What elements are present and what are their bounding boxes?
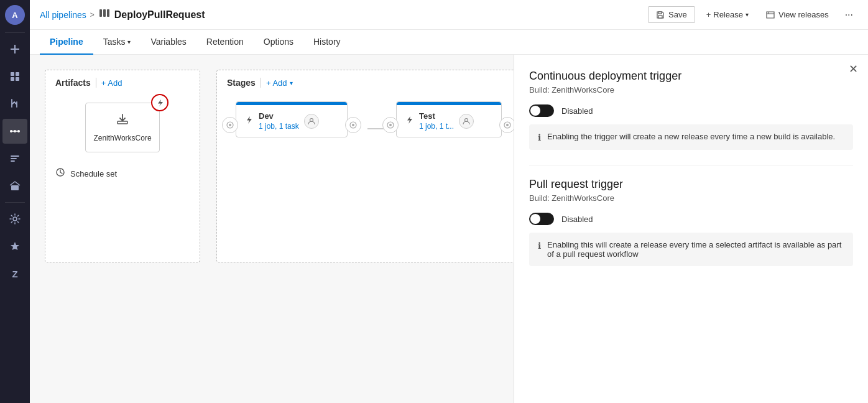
pipeline-icon <box>98 7 111 22</box>
svg-rect-9 <box>99 9 102 17</box>
svg-rect-11 <box>107 9 109 17</box>
view-releases-icon <box>766 11 775 19</box>
pr-toggle-label: Disabled <box>561 215 593 224</box>
schedule-icon <box>55 167 65 180</box>
stages-panel: Stages + Add ▾ <box>216 70 521 262</box>
release-plus-icon: + <box>706 10 711 19</box>
post-deploy-dev-button[interactable] <box>345 117 361 133</box>
svg-point-5 <box>14 130 16 132</box>
artifact-card-container: ZenithWorksCore <box>85 103 160 152</box>
right-panel: ✕ Continuous deployment trigger Build: Z… <box>514 55 868 403</box>
pr-trigger-title: Pull request trigger <box>529 178 853 191</box>
cd-trigger-build: Build: ZenithWorksCore <box>529 85 853 95</box>
stages-header: Stages + Add ▾ <box>217 70 520 95</box>
pipeline-title: DeployPullRequest <box>114 9 205 21</box>
test-stage-name: Test <box>419 111 454 121</box>
tab-variables[interactable]: Variables <box>141 30 196 55</box>
svg-rect-0 <box>11 72 14 76</box>
test-stage-body: Test 1 job, 1 t... <box>397 105 501 137</box>
tab-options[interactable]: Options <box>254 30 303 55</box>
artifacts-panel: Artifacts + Add ZenithWorksCore <box>45 70 200 262</box>
test-stage-info: Test 1 job, 1 t... <box>419 111 454 131</box>
view-releases-button[interactable]: View releases <box>760 7 835 22</box>
svg-rect-1 <box>16 72 19 76</box>
sidebar-item-pipelines[interactable] <box>2 119 27 144</box>
navtabs: Pipeline Tasks ▾ Variables Retention Opt… <box>30 30 868 55</box>
svg-rect-10 <box>103 9 106 17</box>
save-button[interactable]: Save <box>648 6 695 23</box>
sidebar-item-boards[interactable] <box>2 64 27 89</box>
sidebar-item-repos[interactable] <box>2 91 27 116</box>
dev-stage-avatar <box>304 114 319 129</box>
tasks-dropdown-icon: ▾ <box>127 39 131 45</box>
dev-stage-info: Dev 1 job, 1 task <box>259 111 299 131</box>
dev-stage-container: Dev 1 job, 1 task <box>236 101 348 137</box>
pr-info-text: Enabling this will create a release ever… <box>547 240 844 259</box>
svg-rect-12 <box>658 16 662 18</box>
pr-trigger-info-box: ℹ Enabling this will create a release ev… <box>529 233 853 266</box>
artifact-trigger-button[interactable] <box>151 94 169 111</box>
sidebar-item-artifacts[interactable] <box>2 174 27 198</box>
dev-stage-meta: 1 job, 1 task <box>259 122 299 131</box>
sidebar-divider-2 <box>5 202 25 203</box>
cd-info-icon: ℹ <box>538 132 541 142</box>
pre-deploy-test-button[interactable] <box>382 117 399 133</box>
tab-pipeline[interactable]: Pipeline <box>40 30 93 55</box>
lightning-icon <box>156 99 164 107</box>
more-button[interactable]: ··· <box>840 6 858 24</box>
pr-trigger-build: Build: ZenithWorksCore <box>529 193 853 203</box>
artifact-card[interactable]: ZenithWorksCore <box>85 103 160 152</box>
test-stage-card[interactable]: Test 1 job, 1 t... <box>396 101 502 137</box>
main-content: All pipelines > DeployPullRequest Save +… <box>30 0 868 403</box>
header-divider <box>96 78 96 88</box>
artifacts-add-button[interactable]: + Add <box>101 78 122 88</box>
stages-add-dropdown-icon: ▾ <box>290 80 293 86</box>
cd-trigger-info-box: ℹ Enabling the trigger will create a new… <box>529 124 853 150</box>
pr-info-icon: ℹ <box>538 241 541 259</box>
pre-deploy-dev-button[interactable] <box>222 117 238 133</box>
cd-info-text: Enabling the trigger will create a new r… <box>547 132 835 142</box>
sidebar-divider <box>5 32 25 33</box>
breadcrumb-separator: > <box>90 11 95 19</box>
tab-history[interactable]: History <box>303 30 351 55</box>
sidebar-item-extra[interactable] <box>2 234 27 259</box>
pr-toggle-row: Disabled <box>529 213 853 225</box>
release-dropdown-icon: ▾ <box>746 11 749 18</box>
cd-trigger-toggle[interactable] <box>529 104 554 117</box>
test-stage-icon <box>404 115 414 127</box>
close-button[interactable]: ✕ <box>849 62 858 76</box>
dev-stage-card[interactable]: Dev 1 job, 1 task <box>236 101 348 137</box>
tab-retention[interactable]: Retention <box>196 30 254 55</box>
breadcrumb-parent[interactable]: All pipelines <box>40 10 86 20</box>
svg-rect-7 <box>11 185 19 190</box>
cd-trigger-section: Continuous deployment trigger Build: Zen… <box>529 70 853 150</box>
test-stage-container: Test 1 job, 1 t... <box>396 101 502 137</box>
tab-tasks[interactable]: Tasks ▾ <box>93 30 141 55</box>
sidebar-item-z[interactable]: Z <box>2 261 27 286</box>
avatar[interactable]: A <box>5 5 25 25</box>
pipeline-canvas: Artifacts + Add ZenithWorksCore <box>30 55 527 403</box>
sidebar: A Z <box>0 0 30 403</box>
svg-rect-3 <box>16 77 19 81</box>
cd-toggle-row: Disabled <box>529 104 853 117</box>
panel-divider <box>529 165 853 165</box>
svg-point-6 <box>17 130 20 132</box>
dev-stage-body: Dev 1 job, 1 task <box>236 105 347 137</box>
topbar: All pipelines > DeployPullRequest Save +… <box>30 0 868 30</box>
sidebar-item-add[interactable] <box>2 37 27 62</box>
svg-rect-14 <box>118 121 127 124</box>
stages-header-divider <box>261 78 261 88</box>
svg-point-8 <box>13 217 17 221</box>
test-stage-meta: 1 job, 1 t... <box>419 122 454 131</box>
sidebar-item-testplans[interactable] <box>2 146 27 171</box>
sidebar-item-settings[interactable] <box>2 206 27 231</box>
schedule-item[interactable]: Schedule set <box>45 160 200 187</box>
topbar-actions: Save + Release ▾ View releases ··· <box>648 6 858 24</box>
stages-add-button[interactable]: + Add ▾ <box>266 78 293 88</box>
dev-stage-name: Dev <box>259 111 299 121</box>
pr-trigger-toggle[interactable] <box>529 213 554 225</box>
release-button[interactable]: + Release ▾ <box>700 7 755 22</box>
cd-trigger-title: Continuous deployment trigger <box>529 70 853 83</box>
test-stage-avatar <box>459 114 474 129</box>
svg-rect-13 <box>658 12 662 14</box>
